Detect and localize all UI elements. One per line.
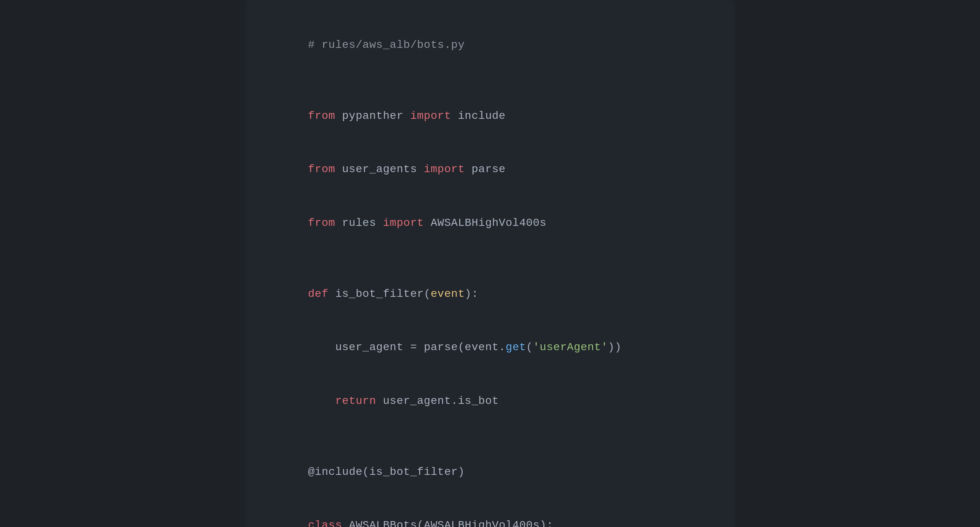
line-def: def is_bot_filter(event):	[267, 268, 713, 320]
kw-from-3: from	[308, 217, 335, 229]
kw-import-3: import	[383, 217, 424, 229]
paren-close-2: )	[615, 341, 621, 353]
paren-close-3: )	[608, 341, 615, 353]
paren-close-4: )	[458, 466, 465, 478]
code-block: # rules/aws_alb/bots.py from pypanther i…	[267, 19, 713, 527]
id-include: include	[451, 110, 506, 122]
id-event-get: event	[465, 341, 499, 353]
line-class: class AWSALBBots(AWSALBHighVol400s):	[267, 500, 713, 527]
id-user-agent-2: user_agent	[376, 395, 451, 407]
line-import2: from user_agents import parse	[267, 144, 713, 196]
id-user-agents: user_agents	[335, 163, 424, 175]
line-decorator: @include(is_bot_filter)	[267, 446, 713, 498]
id-awsalb-highvol: AWSALBHighVol400s	[424, 217, 547, 229]
blank-line-1	[267, 72, 713, 90]
kw-import-1: import	[410, 110, 451, 122]
id-rules: rules	[335, 217, 383, 229]
str-user-agent: 'userAgent'	[533, 341, 608, 353]
kw-def: def	[308, 288, 328, 300]
attr-is-bot: is_bot	[458, 395, 499, 407]
line-import1: from pypanther import include	[267, 90, 713, 142]
line-import3: from rules import AWSALBHighVol400s	[267, 197, 713, 249]
paren-open-4: (	[363, 466, 369, 478]
comment-text: # rules/aws_alb/bots.py	[308, 39, 465, 51]
id-is-bot-filter-2: is_bot_filter	[369, 466, 458, 478]
id-user-agent: user_agent	[308, 341, 410, 353]
op-eq-1: =	[410, 341, 417, 353]
colon-2: :	[546, 519, 553, 527]
kw-class: class	[308, 519, 342, 527]
colon-1: :	[471, 288, 478, 300]
op-dot-1: .	[499, 341, 506, 353]
id-parse: parse	[465, 163, 506, 175]
kw-return: return	[308, 395, 376, 407]
kw-import-2: import	[424, 163, 465, 175]
paren-close-5: )	[540, 519, 546, 527]
paren-close-1: )	[465, 288, 471, 300]
line-comment: # rules/aws_alb/bots.py	[267, 19, 713, 71]
kw-from-2: from	[308, 163, 335, 175]
paren-open-5: (	[417, 519, 424, 527]
op-dot-2: .	[451, 395, 458, 407]
blank-line-3	[267, 428, 713, 446]
method-get: get	[506, 341, 526, 353]
line-user-agent-assign: user_agent = parse(event.get('userAgent'…	[267, 322, 713, 374]
id-include-dec: include	[315, 466, 363, 478]
at-sign: @	[308, 466, 315, 478]
kw-from-1: from	[308, 110, 335, 122]
id-awsalb-bots: AWSALBBots	[342, 519, 417, 527]
id-pypanther: pypanther	[335, 110, 410, 122]
line-return: return user_agent.is_bot	[267, 375, 713, 427]
id-parse-call: parse	[417, 341, 458, 353]
param-event: event	[431, 288, 465, 300]
paren-open-1: (	[424, 288, 431, 300]
code-container: # rules/aws_alb/bots.py from pypanther i…	[245, 0, 735, 527]
id-awsalb-highvol-2: AWSALBHighVol400s	[424, 519, 540, 527]
id-is-bot-filter: is_bot_filter	[328, 288, 424, 300]
blank-line-2	[267, 250, 713, 268]
paren-open-2: (	[458, 341, 465, 353]
paren-open-3: (	[526, 341, 533, 353]
